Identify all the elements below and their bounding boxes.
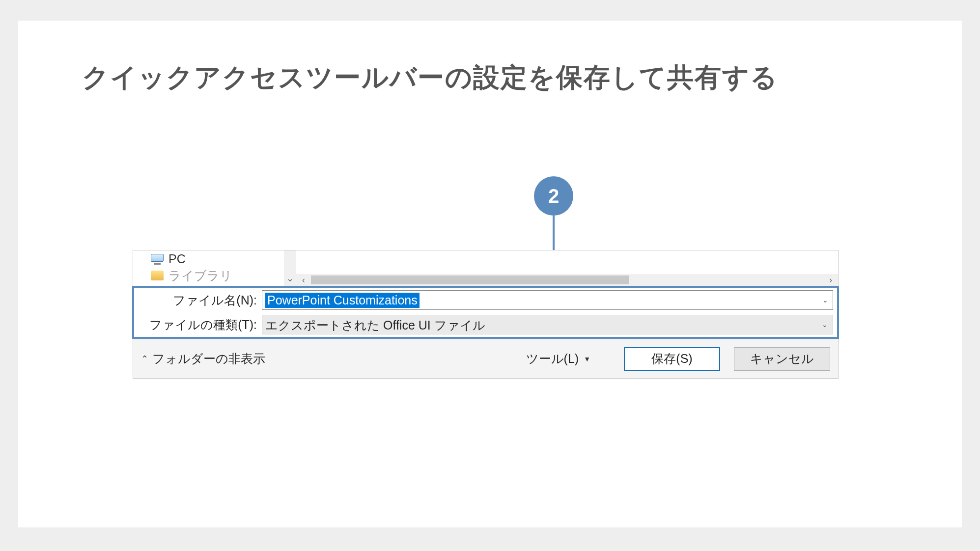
hide-folders-toggle[interactable]: ⌃ フォルダーの非表示 <box>141 351 265 367</box>
triangle-down-icon: ▼ <box>584 355 590 363</box>
file-name-row: ファイル名(N): PowerPoint Customizations ⌄ <box>134 288 837 312</box>
chevron-down-icon: ⌄ <box>286 273 294 286</box>
chevron-up-icon: ⌃ <box>141 354 148 364</box>
chevron-down-icon[interactable]: ⌄ <box>822 296 828 304</box>
tree-item-libraries[interactable]: ライブラリ <box>133 267 284 284</box>
chevron-down-icon: ⌄ <box>822 321 828 329</box>
folder-tree[interactable]: PC ライブラリ <box>133 250 284 286</box>
scroll-track[interactable] <box>311 274 823 286</box>
cancel-button[interactable]: キャンセル <box>734 347 830 371</box>
horizontal-scrollbar[interactable]: ‹ › <box>296 274 838 286</box>
tree-vertical-scrollbar[interactable]: ⌄ <box>284 250 296 286</box>
dialog-top-strip: PC ライブラリ ⌄ ‹ › <box>133 250 838 286</box>
file-name-label: ファイル名(N): <box>138 292 262 308</box>
pc-icon <box>151 254 164 264</box>
tools-label: ツール(L) <box>526 351 579 367</box>
callout-badge: 2 <box>534 176 573 216</box>
file-type-dropdown[interactable]: エクスポートされた Office UI ファイル ⌄ <box>262 315 833 334</box>
file-name-field-wrapper: PowerPoint Customizations ⌄ <box>262 290 833 310</box>
file-type-row: ファイルの種類(T): エクスポートされた Office UI ファイル ⌄ <box>134 312 837 337</box>
save-button[interactable]: 保存(S) <box>624 347 720 371</box>
file-list-area: ‹ › <box>296 250 838 286</box>
scroll-left-icon[interactable]: ‹ <box>296 275 311 285</box>
save-dialog: PC ライブラリ ⌄ ‹ › <box>133 250 839 379</box>
tree-item-label: ライブラリ <box>168 268 232 284</box>
file-list-blank <box>296 250 838 274</box>
file-type-label: ファイルの種類(T): <box>138 317 262 333</box>
scroll-right-icon[interactable]: › <box>823 275 838 285</box>
dialog-footer: ⌃ フォルダーの非表示 ツール(L) ▼ 保存(S) キャンセル <box>133 339 838 378</box>
callout-number: 2 <box>548 185 559 207</box>
scroll-thumb[interactable] <box>311 276 629 284</box>
page-title: クイックアクセスツールバーの設定を保存して共有する <box>82 60 778 96</box>
hide-folders-label: フォルダーの非表示 <box>152 351 265 367</box>
slide: クイックアクセスツールバーの設定を保存して共有する 2 PC ライブラリ ⌄ <box>18 21 962 527</box>
tree-item-pc[interactable]: PC <box>133 250 284 267</box>
file-name-selected-text: PowerPoint Customizations <box>265 293 420 308</box>
tools-dropdown[interactable]: ツール(L) ▼ <box>526 351 590 367</box>
callout-highlight: ファイル名(N): PowerPoint Customizations ⌄ ファ… <box>132 286 839 339</box>
folder-icon <box>151 271 164 280</box>
file-type-value: エクスポートされた Office UI ファイル <box>265 318 485 332</box>
tree-item-label: PC <box>168 252 186 266</box>
